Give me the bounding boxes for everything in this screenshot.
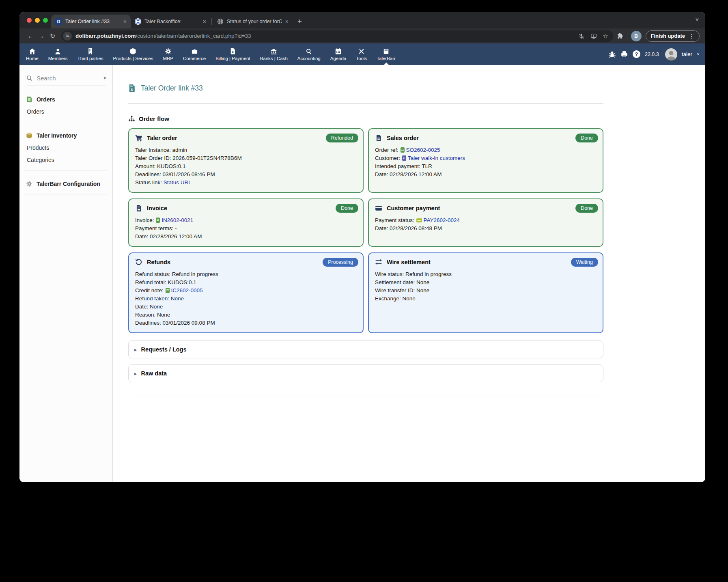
print-icon[interactable] (620, 50, 628, 58)
dolibarr-navbar: HomeMembersThird partiesProducts | Servi… (19, 43, 705, 65)
url-host: dolibarr.potuzhnyi.com (75, 33, 136, 39)
accounting-icon (306, 48, 312, 55)
config-icon (26, 181, 32, 187)
new-tab-button[interactable]: + (297, 17, 302, 25)
tab-taler-backoffice[interactable]: Taler Backoffice: × (131, 15, 210, 28)
extensions-puzzle-icon[interactable] (616, 32, 623, 39)
agenda-icon (335, 48, 342, 55)
tab-title: Taler Order link #33 (65, 19, 120, 24)
sidebar-item-categories[interactable]: Categories (27, 157, 106, 163)
card-icon (375, 205, 382, 212)
menu-label: Third parties (78, 56, 103, 61)
menu-billing-payment[interactable]: $Billing | Payment (211, 43, 255, 65)
sidebar-item-products[interactable]: Products (27, 144, 106, 151)
bookmark-star-icon[interactable]: ☆ (603, 32, 608, 40)
sidebar-search[interactable]: Search ▾ (26, 75, 106, 86)
tabs: D Taler Order link #33 × Taler Backoffic… (51, 15, 302, 28)
card-line: Wire status: Refund in progress (375, 270, 597, 278)
debug-bug-icon[interactable] (608, 50, 616, 58)
raw-data-label: Raw data (141, 370, 167, 377)
sitemap-icon (128, 115, 135, 122)
menu-label: Tools (356, 56, 367, 61)
globe-icon (217, 18, 224, 25)
finish-update-button[interactable]: Finish update ⋮ (646, 30, 700, 42)
close-tab-icon[interactable]: × (123, 19, 127, 24)
address-bar[interactable]: dolibarr.potuzhnyi.com/custom/talerbarr/… (61, 30, 613, 42)
menu-home[interactable]: Home (21, 43, 43, 65)
link-ic2602-0005[interactable]: IC2602-0005 (171, 287, 203, 293)
title-divider (128, 103, 603, 104)
card-line: Date: 02/28/2026 12:00 AM (375, 170, 597, 179)
caret-right-icon: ▸ (134, 371, 137, 377)
status-badge: Refunded (326, 134, 358, 142)
line-text: Credit note: (135, 287, 165, 293)
doc-green-icon (401, 147, 405, 153)
status-badge: Done (575, 204, 598, 213)
thirdparties-icon (87, 48, 94, 55)
forward-button[interactable]: → (36, 32, 47, 40)
user-avatar[interactable] (665, 48, 677, 60)
menu-accounting[interactable]: Accounting (293, 43, 325, 65)
menu-products-services[interactable]: Products | Services (108, 43, 158, 65)
doc-icon (375, 134, 382, 142)
minimize-window-button[interactable] (35, 18, 40, 23)
link-status-url[interactable]: Status URL (164, 179, 192, 185)
status-badge: Done (336, 204, 358, 213)
menu-agenda[interactable]: Agenda (325, 43, 351, 65)
line-text: Date: None (135, 304, 163, 310)
raw-data-collapsible[interactable]: ▸ Raw data (128, 364, 603, 382)
requests-logs-collapsible[interactable]: ▸ Requests / Logs (128, 341, 603, 358)
line-text: Taler Order ID: 2026.059-01T2SN4R78B6M (135, 155, 242, 161)
menu-tools[interactable]: Tools (351, 43, 372, 65)
card-line: Order ref: SO2602-0025 (375, 146, 597, 154)
card-line: Settlement date: None (375, 278, 597, 287)
profile-avatar[interactable]: B (631, 31, 642, 41)
help-icon[interactable]: ? (633, 50, 640, 58)
reload-button[interactable]: ↻ (47, 32, 58, 40)
line-text: Reason: None (135, 312, 170, 318)
members-icon (54, 48, 61, 55)
tab-search-chevron-icon[interactable]: ˅ (696, 17, 699, 23)
sidebar-item-orders[interactable]: Orders (27, 108, 106, 115)
sidebar-section-taler-inventory[interactable]: Taler Inventory (26, 132, 106, 139)
menu-banks-cash[interactable]: Banks | Cash (255, 43, 293, 65)
mic-off-icon[interactable] (578, 33, 585, 39)
line-text: Status link: (135, 179, 164, 185)
cart-icon (135, 134, 142, 142)
link-pay2602-0024[interactable]: PAY2602-0024 (424, 217, 460, 223)
menu-commerce[interactable]: Commerce (178, 43, 211, 65)
card-yellow-icon (416, 218, 422, 222)
zoom-window-button[interactable] (43, 18, 48, 23)
search-caret-icon[interactable]: ▾ (103, 75, 106, 81)
back-button[interactable]: ← (25, 32, 36, 40)
caret-right-icon: ▸ (134, 347, 137, 353)
card-line: Invoice: IN2602-0021 (135, 216, 357, 224)
tab-taler-order-link[interactable]: D Taler Order link #33 × (51, 15, 131, 28)
site-info-icon[interactable] (63, 32, 72, 41)
order-flow-title: Order flow (139, 115, 169, 122)
close-tab-icon[interactable]: × (285, 19, 289, 24)
close-window-button[interactable] (27, 18, 32, 23)
menu-members[interactable]: Members (43, 43, 73, 65)
sidebar-section-orders[interactable]: Orders (26, 96, 106, 103)
link-so2602-0025[interactable]: SO2602-0025 (406, 147, 440, 153)
tab-order-status[interactable]: Status of your order forOrder × (213, 15, 293, 28)
menu-third-parties[interactable]: Third parties (73, 43, 108, 65)
link-taler-walk-in-customers[interactable]: Taler walk-in customers (408, 155, 465, 161)
close-tab-icon[interactable]: × (203, 19, 206, 24)
card-refunds: RefundsProcessingRefund status: Refund i… (128, 252, 364, 333)
install-icon[interactable] (590, 33, 597, 39)
card-line: Deadlines: 03/01/2026 09:08 PM (135, 319, 357, 327)
browser-menu-icon[interactable]: ⋮ (689, 33, 694, 39)
menu-mrp[interactable]: MRP (158, 43, 178, 65)
line-text: Payment status: (375, 217, 416, 223)
page-title: Taler Order link #33 (141, 84, 203, 93)
menu-talerbarr[interactable]: TalerBarr (372, 43, 401, 65)
user-menu-chevron-icon[interactable]: ˅ (697, 52, 700, 57)
line-text: Customer: (375, 155, 402, 161)
link-in2602-0021[interactable]: IN2602-0021 (162, 217, 193, 223)
sidebar-section-talerbarr-configuration[interactable]: TalerBarr Configuration (26, 181, 106, 187)
toolbar-separator (627, 32, 627, 40)
url-text[interactable]: dolibarr.potuzhnyi.com/custom/talerbarr/… (75, 33, 575, 39)
home-icon (29, 48, 36, 55)
